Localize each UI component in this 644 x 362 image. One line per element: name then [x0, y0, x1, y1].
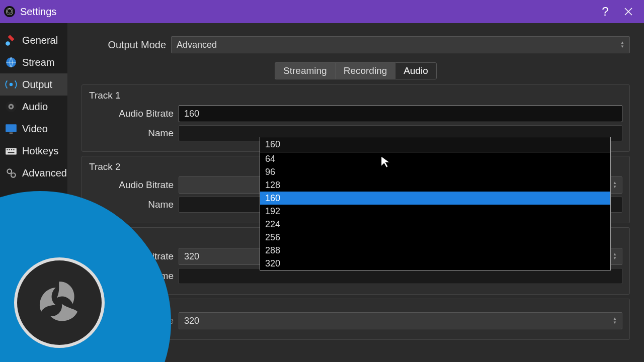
track-4-bitrate-select[interactable]: 320 ▲▼	[179, 312, 622, 329]
stepper-icon: ▲▼	[613, 250, 620, 262]
bitrate-option[interactable]: 192	[260, 205, 610, 218]
bitrate-option[interactable]: 288	[260, 244, 610, 257]
track-1-bitrate-label: Audio Bitrate	[89, 108, 174, 119]
bitrate-option[interactable]: 96	[260, 165, 610, 178]
bitrate-option[interactable]: 224	[260, 218, 610, 231]
bitrate-option[interactable]: 160	[260, 192, 610, 205]
cursor-icon	[379, 155, 393, 171]
output-mode-label: Output Mode	[82, 39, 166, 51]
close-button[interactable]	[617, 0, 640, 23]
titlebar: Settings ?	[0, 0, 644, 23]
svg-point-15	[7, 169, 12, 173]
bitrate-option[interactable]: 128	[260, 178, 610, 192]
svg-rect-11	[9, 149, 10, 150]
sidebar-item-general[interactable]: General	[0, 29, 67, 51]
stepper-icon: ▲▼	[613, 179, 620, 191]
obs-logo-icon	[14, 257, 105, 348]
tab-recording[interactable]: Recording	[335, 62, 395, 79]
output-mode-value: Advanced	[177, 40, 217, 50]
gears-icon	[4, 166, 18, 180]
svg-rect-14	[8, 152, 15, 153]
sidebar-item-hotkeys[interactable]: Hotkeys	[0, 140, 67, 162]
tab-streaming[interactable]: Streaming	[275, 62, 335, 79]
track-2-bitrate-label: Audio Bitrate	[89, 179, 174, 191]
track-1-name-label: Name	[89, 128, 174, 139]
output-mode-select[interactable]: Advanced ▲▼	[171, 36, 630, 53]
sidebar-item-video[interactable]: Video	[0, 118, 67, 140]
stepper-icon: ▲▼	[613, 315, 620, 327]
bitrate-option[interactable]: 320	[260, 257, 610, 270]
svg-point-6	[10, 106, 12, 108]
monitor-icon	[4, 122, 18, 136]
stepper-icon: ▲▼	[620, 39, 627, 51]
sidebar-item-label: Video	[22, 123, 48, 135]
globe-icon	[4, 55, 18, 69]
sidebar-item-advanced[interactable]: Advanced	[0, 162, 67, 184]
track-1-bitrate-value: 160	[184, 109, 199, 119]
svg-rect-13	[13, 149, 14, 150]
sidebar-item-audio[interactable]: Audio	[0, 96, 67, 118]
track-1-title: Track 1	[89, 90, 622, 101]
broadcast-icon	[4, 77, 18, 92]
bitrate-dropdown-header: 160	[260, 137, 610, 152]
sidebar-item-label: Audio	[22, 101, 48, 113]
svg-rect-9	[6, 148, 17, 155]
track-1-bitrate-select[interactable]: 160	[179, 105, 622, 122]
sidebar-item-label: General	[22, 35, 58, 46]
speaker-icon	[4, 100, 18, 114]
svg-rect-7	[6, 124, 17, 132]
app-icon	[4, 6, 15, 17]
wrench-icon	[4, 33, 18, 47]
bitrate-option[interactable]: 256	[260, 231, 610, 244]
svg-point-16	[11, 173, 16, 177]
svg-point-3	[10, 83, 13, 86]
bitrate-dropdown[interactable]: 160 6496128160192224256288320	[260, 137, 611, 270]
svg-rect-8	[10, 133, 13, 134]
sidebar-item-label: Advanced	[22, 167, 67, 179]
sidebar-item-stream[interactable]: Stream	[0, 51, 67, 73]
track-4-bitrate-value: 320	[184, 316, 199, 326]
sidebar-item-label: Output	[22, 79, 52, 90]
svg-rect-10	[7, 149, 8, 150]
window-title: Settings	[20, 6, 56, 18]
help-button[interactable]: ?	[594, 0, 617, 23]
tab-audio[interactable]: Audio	[395, 62, 437, 79]
svg-point-1	[6, 41, 10, 46]
keyboard-icon	[4, 144, 18, 158]
output-tabs: Streaming Recording Audio	[82, 62, 630, 79]
bitrate-option[interactable]: 64	[260, 152, 610, 165]
sidebar-item-output[interactable]: Output	[0, 73, 67, 96]
output-mode-row: Output Mode Advanced ▲▼	[82, 31, 630, 62]
svg-rect-12	[11, 149, 12, 150]
track-3-bitrate-value: 320	[184, 251, 199, 262]
sidebar-item-label: Hotkeys	[22, 145, 58, 157]
sidebar-item-label: Stream	[22, 57, 54, 68]
